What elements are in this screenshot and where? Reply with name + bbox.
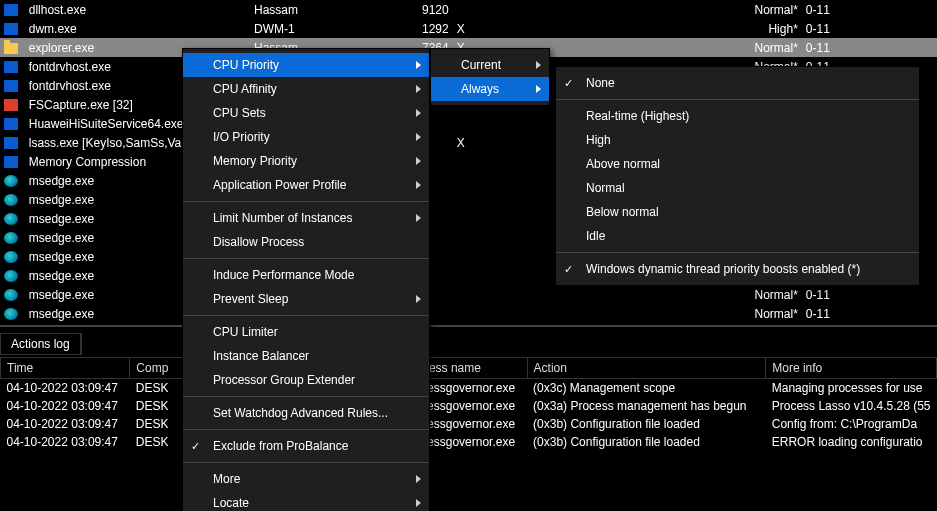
app-icon — [4, 61, 18, 73]
menu-separator — [183, 396, 429, 397]
menu-item[interactable]: ✓None — [556, 71, 919, 95]
log-row[interactable]: 04-10-2022 03:09:47DESKprocessgovernor.e… — [1, 415, 937, 433]
menu-item-label: Below normal — [586, 205, 659, 219]
process-row[interactable]: dwm.exeDWM-11292XHigh*0-11 — [0, 19, 937, 38]
menu-item[interactable]: Real-time (Highest) — [556, 104, 919, 128]
process-user: Hassam — [250, 0, 385, 19]
log-row[interactable]: 04-10-2022 03:09:47DESKprocessgovernor.e… — [1, 397, 937, 415]
menu-item[interactable]: Above normal — [556, 152, 919, 176]
menu-separator — [183, 429, 429, 430]
log-time: 04-10-2022 03:09:47 — [1, 379, 130, 398]
log-header-action[interactable]: Action — [527, 358, 766, 379]
menu-item[interactable]: Disallow Process — [183, 230, 429, 254]
menu-item-label: Above normal — [586, 157, 660, 171]
log-info: Config from: C:\ProgramDa — [766, 415, 937, 433]
tab-actions-log[interactable]: Actions log — [1, 334, 81, 354]
menu-item-label: Windows dynamic thread priority boosts e… — [586, 262, 860, 276]
log-comp: DESK — [130, 415, 189, 433]
menu-item[interactable]: Processor Group Extender — [183, 368, 429, 392]
log-header-time[interactable]: Time — [1, 358, 130, 379]
menu-item[interactable]: Below normal — [556, 200, 919, 224]
menu-item-label: Induce Performance Mode — [213, 268, 354, 282]
submenu-arrow-icon — [416, 499, 421, 507]
process-priority: Normal* — [577, 0, 802, 19]
menu-item-label: CPU Sets — [213, 106, 266, 120]
log-row[interactable]: 04-10-2022 03:09:47DESKprocessgovernor.e… — [1, 433, 937, 451]
menu-item[interactable]: Induce Performance Mode — [183, 263, 429, 287]
menu-item[interactable]: CPU Sets — [183, 101, 429, 125]
menu-item[interactable]: Application Power Profile — [183, 173, 429, 197]
process-pid: 1292 — [385, 19, 453, 38]
menu-item[interactable]: I/O Priority — [183, 125, 429, 149]
menu-item-label: Always — [461, 82, 499, 96]
menu-item[interactable]: Memory Priority — [183, 149, 429, 173]
log-header-info[interactable]: More info — [766, 358, 937, 379]
app-icon — [4, 80, 18, 92]
menu-item-label: CPU Affinity — [213, 82, 277, 96]
log-time: 04-10-2022 03:09:47 — [1, 415, 130, 433]
process-row[interactable]: msedge.exeNormal*0-11 — [0, 285, 937, 304]
process-flag — [453, 0, 577, 19]
cpu-priority-submenu[interactable]: CurrentAlways — [430, 48, 550, 106]
menu-item[interactable]: Locate — [183, 491, 429, 511]
menu-item-label: Prevent Sleep — [213, 292, 288, 306]
log-time: 04-10-2022 03:09:47 — [1, 397, 130, 415]
log-info: ERROR loading configuratio — [766, 433, 937, 451]
app-icon — [4, 99, 18, 111]
menu-item[interactable]: ✓Exclude from ProBalance — [183, 434, 429, 458]
menu-item[interactable]: Always — [431, 77, 549, 101]
log-action: (0x3c) Management scope — [527, 379, 766, 398]
log-info: Process Lasso v10.4.5.28 (55 — [766, 397, 937, 415]
menu-item-label: Idle — [586, 229, 605, 243]
process-name: dllhost.exe — [25, 0, 250, 19]
menu-item-label: Disallow Process — [213, 235, 304, 249]
menu-item[interactable]: CPU Affinity — [183, 77, 429, 101]
menu-item[interactable]: High — [556, 128, 919, 152]
edge-icon — [4, 232, 18, 244]
submenu-arrow-icon — [416, 61, 421, 69]
process-row[interactable]: msedge.exeNormal*0-11 — [0, 304, 937, 323]
menu-item[interactable]: Instance Balancer — [183, 344, 429, 368]
process-pid: 9120 — [385, 0, 453, 19]
menu-item[interactable]: Current — [431, 53, 549, 77]
menu-item-label: Memory Priority — [213, 154, 297, 168]
menu-item[interactable]: CPU Priority — [183, 53, 429, 77]
log-header-comp[interactable]: Comp — [130, 358, 189, 379]
menu-item[interactable]: Prevent Sleep — [183, 287, 429, 311]
submenu-arrow-icon — [536, 61, 541, 69]
edge-icon — [4, 175, 18, 187]
menu-item-label: Exclude from ProBalance — [213, 439, 348, 453]
menu-item[interactable]: Set Watchdog Advanced Rules... — [183, 401, 429, 425]
menu-item-label: Limit Number of Instances — [213, 211, 352, 225]
check-icon: ✓ — [564, 263, 573, 276]
log-comp: DESK — [130, 397, 189, 415]
menu-separator — [183, 462, 429, 463]
process-priority: Normal* — [577, 304, 802, 323]
menu-item[interactable]: CPU Limiter — [183, 320, 429, 344]
menu-item[interactable]: More — [183, 467, 429, 491]
log-info: Managing processes for use — [766, 379, 937, 398]
menu-item[interactable]: ✓Windows dynamic thread priority boosts … — [556, 257, 919, 281]
context-menu[interactable]: CPU PriorityCPU AffinityCPU SetsI/O Prio… — [182, 48, 430, 511]
menu-item[interactable]: Idle — [556, 224, 919, 248]
log-row[interactable]: 04-10-2022 03:09:47DESKprocessgovernor.e… — [1, 379, 937, 398]
submenu-arrow-icon — [416, 181, 421, 189]
submenu-arrow-icon — [416, 109, 421, 117]
process-affinity: 0-11 — [802, 304, 937, 323]
menu-item-label: Current — [461, 58, 501, 72]
app-icon — [4, 137, 18, 149]
menu-item-label: Application Power Profile — [213, 178, 346, 192]
log-time: 04-10-2022 03:09:47 — [1, 433, 130, 451]
submenu-arrow-icon — [416, 214, 421, 222]
process-name: dwm.exe — [25, 19, 250, 38]
process-flag — [453, 285, 577, 304]
menu-separator — [183, 258, 429, 259]
log-comp: DESK — [130, 433, 189, 451]
check-icon: ✓ — [191, 440, 200, 453]
menu-item[interactable]: Normal — [556, 176, 919, 200]
process-row[interactable]: dllhost.exeHassam9120Normal*0-11 — [0, 0, 937, 19]
menu-item[interactable]: Limit Number of Instances — [183, 206, 429, 230]
menu-item-label: Set Watchdog Advanced Rules... — [213, 406, 388, 420]
cpu-priority-always-submenu[interactable]: ✓NoneReal-time (Highest)HighAbove normal… — [555, 66, 920, 286]
submenu-arrow-icon — [416, 157, 421, 165]
